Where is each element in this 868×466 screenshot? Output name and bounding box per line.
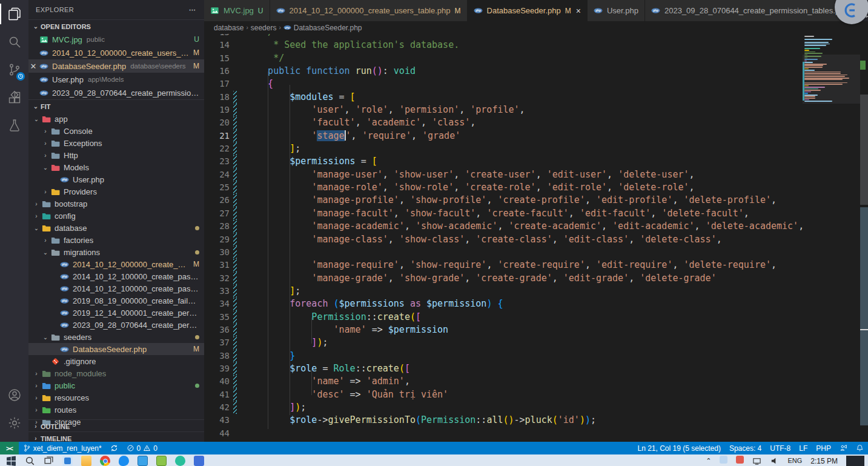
- problems-status[interactable]: 0 0: [122, 442, 162, 454]
- tree-item[interactable]: phpDatabaseSeeder.phpM: [28, 343, 204, 355]
- activity-source-control[interactable]: [0, 56, 28, 84]
- code-line[interactable]: 29 'manage-class', 'show-class', 'create…: [204, 233, 868, 246]
- code-line[interactable]: 18 $modules = [: [204, 91, 868, 104]
- tray-icon[interactable]: [720, 456, 727, 464]
- tree-item[interactable]: ›Exceptions: [28, 137, 204, 149]
- code-line[interactable]: 37 ]);: [204, 336, 868, 349]
- code-line[interactable]: 19 'user', 'role', 'permision', 'profile…: [204, 104, 868, 116]
- code-line[interactable]: 15 */: [204, 52, 868, 65]
- tree-item[interactable]: php2014_10_12_100000_create_password_res…: [28, 282, 204, 295]
- tree-item[interactable]: ›routes: [28, 404, 204, 416]
- status-cursor-position[interactable]: Ln 21, Col 19 (5 selected): [634, 442, 725, 454]
- activity-explorer[interactable]: [0, 0, 28, 28]
- task-view-button[interactable]: [44, 456, 54, 466]
- tray-notification-icon[interactable]: [846, 456, 864, 466]
- tab-MVC.jpg[interactable]: MVC.jpgU: [204, 0, 270, 21]
- code-line[interactable]: 43 $role->givePermissionTo(Permission::a…: [204, 414, 868, 427]
- tree-item[interactable]: ›public: [28, 379, 204, 391]
- code-line[interactable]: 35 Permission::create([: [204, 311, 868, 324]
- tree-item[interactable]: ⌄database: [28, 222, 204, 234]
- open-editor-item[interactable]: phpUser.phpapp\Models: [28, 73, 204, 86]
- breadcrumb-item[interactable]: DatabaseSeeder.php: [294, 24, 362, 32]
- activity-testing[interactable]: [0, 112, 28, 139]
- tree-item[interactable]: ›Console: [28, 125, 204, 137]
- code-line[interactable]: 36 'name' => $permission: [204, 324, 868, 336]
- tree-item[interactable]: php2019_08_19_000000_create_failed_jobs_…: [28, 295, 204, 307]
- code-line[interactable]: 41 'desc' => 'Quản trị viên': [204, 388, 868, 401]
- taskbar-zalo-icon[interactable]: [119, 456, 129, 466]
- tree-item[interactable]: ⌄seeders: [28, 331, 204, 343]
- tree-item[interactable]: ›bootstrap: [28, 198, 204, 210]
- tree-item[interactable]: php2019_12_14_000001_create_personal_acc…: [28, 307, 204, 319]
- code-line[interactable]: 13 /**: [204, 34, 868, 39]
- code-line[interactable]: 44: [204, 427, 868, 440]
- tab-DatabaseSeeder.php[interactable]: phpDatabaseSeeder.phpM×: [468, 0, 588, 21]
- status-language-mode[interactable]: PHP: [812, 442, 835, 454]
- sync-status[interactable]: [106, 442, 122, 454]
- timeline-header[interactable]: › TIMELINE: [28, 431, 204, 442]
- tree-item[interactable]: php2014_10_12_000000_create_users_tab...…: [28, 258, 204, 270]
- tray-language[interactable]: ENG: [787, 456, 802, 464]
- code-line[interactable]: 14 * Seed the application's database.: [204, 39, 868, 52]
- code-line[interactable]: 40 'name' => 'admin',: [204, 375, 868, 388]
- feedback-icon[interactable]: [835, 442, 852, 454]
- tree-item[interactable]: ›resources: [28, 391, 204, 404]
- open-editor-item[interactable]: php2023_09_28_070644_create_permission_t…: [28, 86, 204, 99]
- search-button[interactable]: [25, 456, 35, 466]
- code-line[interactable]: 26 'manage-profile', 'show-profile', 'cr…: [204, 194, 868, 207]
- code-line[interactable]: 38 }: [204, 350, 868, 362]
- tree-item[interactable]: phpUser.php: [28, 173, 204, 185]
- code-line[interactable]: 27 'manage-facult', 'show-facult', 'crea…: [204, 207, 868, 220]
- activity-accounts[interactable]: [0, 381, 28, 409]
- open-editor-item[interactable]: MVC.jpgpublicU: [28, 33, 204, 46]
- minimap[interactable]: [803, 34, 860, 442]
- breadcrumb-item[interactable]: database: [214, 24, 244, 32]
- tab-2023_09_28_070644_create_permission_tables.php[interactable]: php2023_09_28_070644_create_permission_t…: [645, 0, 855, 21]
- tree-item[interactable]: ›factories: [28, 234, 204, 246]
- code-line[interactable]: 31 'manage-require', 'show-require', 'cr…: [204, 259, 868, 271]
- breadcrumb-item[interactable]: seeders: [251, 24, 277, 32]
- close-icon[interactable]: ×: [576, 6, 581, 16]
- taskbar-app-active[interactable]: [62, 456, 73, 466]
- tray-mail-icon[interactable]: [736, 456, 744, 464]
- taskbar-green-app-icon[interactable]: [156, 456, 167, 466]
- tray-clock[interactable]: 2:15 PM: [810, 456, 838, 465]
- open-editor-item[interactable]: php2014_10_12_000000_create_users_table.…: [28, 46, 204, 59]
- bell-icon[interactable]: [852, 442, 868, 454]
- scrollbar-thumb-active[interactable]: [860, 207, 868, 425]
- tree-item[interactable]: ›node_modules: [28, 367, 204, 379]
- taskbar-round-app-icon[interactable]: [175, 456, 185, 466]
- workspace-header[interactable]: ⌄ FIT: [28, 99, 204, 113]
- activity-settings[interactable]: [0, 409, 28, 437]
- status-eol[interactable]: LF: [795, 442, 812, 454]
- git-branch-status[interactable]: xet_diem_ren_luyen*: [19, 442, 106, 454]
- tree-item[interactable]: ⌄app: [28, 113, 204, 125]
- taskbar-window-app-icon[interactable]: [137, 456, 148, 466]
- tree-item[interactable]: .gitignore: [28, 355, 204, 367]
- tree-item[interactable]: php2023_09_28_070644_create_permission_t…: [28, 319, 204, 331]
- code-line[interactable]: 17 {: [204, 78, 868, 90]
- taskbar-blue-app-icon[interactable]: [194, 456, 204, 466]
- scrollbar[interactable]: [860, 34, 868, 442]
- code-line[interactable]: 20 'facult', 'academic', 'class',: [204, 116, 868, 129]
- open-editor-item[interactable]: ✕phpDatabaseSeeder.phpdatabase\seedersM: [28, 59, 204, 73]
- tree-item[interactable]: ›Http: [28, 149, 204, 161]
- code-line[interactable]: 42 ]);: [204, 401, 868, 414]
- tree-item[interactable]: php2014_10_12_100000_create_password_res…: [28, 270, 204, 282]
- code-editor[interactable]: 13 /**14 * Seed the application's databa…: [204, 34, 868, 442]
- code-line[interactable]: 32 'manage-grade', 'show-grade', 'create…: [204, 272, 868, 285]
- tray-caret[interactable]: ⌃: [706, 456, 711, 465]
- taskbar-chrome-icon[interactable]: [100, 456, 110, 466]
- tab-User.php[interactable]: phpUser.php: [588, 0, 645, 21]
- open-editors-header[interactable]: ⌄ OPEN EDITORS: [28, 19, 204, 33]
- code-line[interactable]: 21 'stage', 'require', 'grade': [204, 130, 868, 142]
- tree-item[interactable]: ›Providers: [28, 185, 204, 198]
- code-line[interactable]: 16 public function run(): void: [204, 65, 868, 78]
- code-line[interactable]: 23 $permissions = [: [204, 155, 868, 168]
- code-line[interactable]: 34 foreach ($permissions as $permission)…: [204, 298, 868, 310]
- minimap-viewport[interactable]: [803, 55, 860, 104]
- tray-network-icon[interactable]: [752, 456, 761, 466]
- code-line[interactable]: 24 'manage-user', 'show-user', 'create-u…: [204, 168, 868, 181]
- code-line[interactable]: 22 ];: [204, 142, 868, 155]
- activity-extensions[interactable]: [0, 84, 28, 112]
